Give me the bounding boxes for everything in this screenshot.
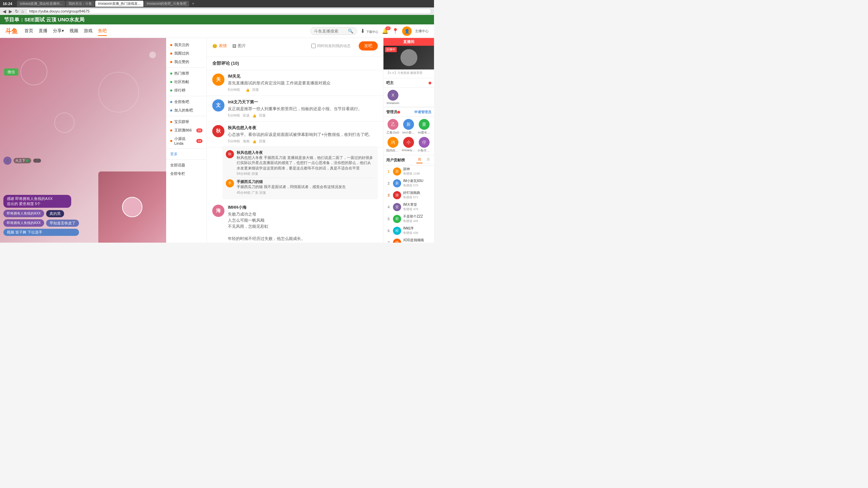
comment-like-1[interactable]: 👍 <box>245 88 250 92</box>
ranking-score-2: 鱼翅值 570 <box>403 183 431 188</box>
live-thumb-avatar <box>400 49 417 66</box>
admin-avatar-4[interactable]: 鸡 <box>388 137 398 148</box>
sidebar-item-liked[interactable]: 我点赞的 <box>166 58 206 66</box>
live-thumbnail[interactable]: 直播中 <box>383 46 434 69</box>
comment-like-btn-2[interactable]: 👍 <box>252 114 256 118</box>
master-avatar-main[interactable]: X <box>388 90 398 101</box>
reply-like-3-1[interactable]: 回复 <box>252 172 258 176</box>
ranking-info-1: 甜神 鱼翅值 1190 <box>403 167 431 176</box>
sidebar-label-group2: 王胆蔑866 <box>174 128 192 133</box>
notification-button[interactable]: 🔔 12 <box>382 28 389 34</box>
admin-avatar-5[interactable]: 小 <box>403 137 414 148</box>
ranking-avatar-2[interactable]: 新 <box>393 179 401 187</box>
home-icon[interactable]: ⌂ <box>21 9 24 14</box>
ranking-tab-week[interactable]: 周 <box>416 157 422 163</box>
chat-button-1[interactable]: 真的黑 <box>46 210 64 217</box>
ranking-avatar-4[interactable]: 堂 <box>393 203 401 211</box>
sidebar-label-community: 社区热帖 <box>174 79 189 84</box>
decoration-circle-1 <box>20 58 47 85</box>
comment-author-3: 秋风也想入冬夜 <box>228 125 378 131</box>
chat-button-2[interactable]: 早知道丢铁皮了 <box>46 220 79 227</box>
ranking-tab-month[interactable]: 月 <box>425 157 431 163</box>
live-panel: 直播间 直播中 【X.X】斗鱼助攻 极致享受 <box>383 38 434 77</box>
search-input[interactable] <box>314 29 348 34</box>
chat-row-3: 即将拥有人鱼线的AXX 早知道丢铁皮了 <box>3 219 79 227</box>
user-avatar-nav[interactable]: 👤 <box>402 26 412 36</box>
comment-reply-btn-2[interactable]: 回复 <box>259 113 266 118</box>
sidebar-item-all-topics[interactable]: 全部话题 <box>166 161 206 169</box>
site-logo[interactable]: 斗鱼 <box>5 27 18 35</box>
chat-button-3[interactable]: 视频 笛子舞 下位选手 <box>3 229 79 236</box>
ranking-item-6: 6 程 IM程序 鱼翅值 430 <box>383 225 434 237</box>
url-input[interactable] <box>26 8 431 14</box>
ranking-name-2: IM小新瓦60U <box>403 179 431 183</box>
post-option-emoji[interactable]: 😊 表情 <box>212 43 227 49</box>
refresh-icon[interactable]: ↻ <box>15 9 19 14</box>
sync-checkbox-input[interactable] <box>311 44 316 48</box>
streamer-avatar-area <box>98 171 166 243</box>
nav-link-game[interactable]: 游戏 <box>84 26 93 36</box>
ranking-num-2: 2 <box>386 181 391 185</box>
admin-avatar-2[interactable]: 新 <box>403 119 414 130</box>
post-option-image[interactable]: 🖼 图片 <box>232 43 246 49</box>
sidebar-item-joined-yuba[interactable]: 加入的鱼吧 <box>166 106 206 115</box>
ranking-score-5: 鱼翅值 445 <box>403 219 431 223</box>
dot-icon-11 <box>170 140 172 142</box>
dot-icon-7 <box>170 101 172 103</box>
sidebar-item-group3[interactable]: 小源说Linda 18 <box>166 135 206 147</box>
ranking-avatar-6[interactable]: 程 <box>393 227 401 235</box>
sidebar-item-hot[interactable]: 热门推荐 <box>166 69 206 78</box>
nav-link-home[interactable]: 首页 <box>24 26 33 36</box>
reply-like-3-2[interactable]: 回复 <box>259 191 266 195</box>
ranking-avatar-7[interactable]: 哦 <box>393 239 401 243</box>
sidebar-item-followed[interactable]: 我关注的 <box>166 41 206 49</box>
browser-tab-1[interactable]: ookasa直播_我会给直播间... <box>17 1 65 7</box>
post-submit-button[interactable]: 发吧 <box>359 41 378 50</box>
nav-link-live[interactable]: 直播 <box>39 26 47 36</box>
ranking-avatar-1[interactable]: 甜 <box>393 167 401 176</box>
sidebar-item-all-yuba[interactable]: 全部鱼吧 <box>166 98 206 106</box>
ranking-score-1: 鱼翅值 1190 <box>403 171 431 176</box>
stream-username: 火之下🐉 <box>14 158 31 163</box>
browser-tab-3[interactable]: imxiaoxin直播_热门游戏直... <box>95 1 143 7</box>
sidebar-item-all-posts[interactable]: 全部专栏 <box>166 169 206 178</box>
forward-icon[interactable]: ▶ <box>9 9 12 14</box>
reply-meta-3-1: 54分钟前 回复 <box>237 171 374 176</box>
back-icon[interactable]: ◀ <box>3 9 6 14</box>
comment-reply-btn-3[interactable]: 回复 <box>259 139 266 144</box>
browser-tab-2[interactable]: 我的关注 - 斗鱼 <box>66 1 95 7</box>
search-button[interactable]: 🔍 <box>348 28 353 34</box>
browser-tab-4[interactable]: imxiaoxin的鱼吧_斗鱼鱼吧 <box>144 1 189 7</box>
manage-admin-link[interactable]: 申请管理员 <box>414 110 431 115</box>
sidebar-label-group3: 小源说Linda <box>174 136 194 145</box>
admin-item-5: 小 imxiaoyu… <box>402 137 415 153</box>
reply-meta-3-2: 45分钟前 广东 回复 <box>237 190 374 195</box>
admin-avatar-3[interactable]: 栗 <box>419 119 430 130</box>
comment-reply-btn-1[interactable]: 回复 <box>252 87 259 92</box>
download-button[interactable]: ⬇ 下载中心 <box>360 28 378 34</box>
dot-icon-2 <box>170 53 172 55</box>
nav-link-share[interactable]: 分享▾ <box>53 26 64 36</box>
admin-avatar-1[interactable]: 乙 <box>388 119 398 130</box>
nav-link-video[interactable]: 视频 <box>70 26 78 36</box>
sidebar-item-posted[interactable]: 我围过的 <box>166 49 206 58</box>
comment-like-btn-3[interactable]: 👍 <box>252 140 256 143</box>
new-tab-button[interactable]: + <box>190 1 196 7</box>
decoration-circle-3 <box>54 113 75 133</box>
wechat-button[interactable]: 微信 <box>4 68 18 76</box>
sidebar-item-group2[interactable]: 王胆蔑866 99 <box>166 126 206 135</box>
sidebar-item-group1[interactable]: 宝贝群呀 <box>166 118 206 126</box>
sidebar-more-button[interactable]: 更多 <box>166 150 206 158</box>
ranking-avatar-3[interactable]: 游 <box>393 191 401 199</box>
browser-time: 16:24 <box>3 2 12 6</box>
sidebar-divider-3 <box>166 116 206 116</box>
chat-row-2: 即将拥有人鱼线的AXX 真的黑 <box>3 210 79 217</box>
nav-link-yuba[interactable]: 鱼吧 <box>98 26 107 36</box>
ranking-header-row: 用户贡献榜 周 月 <box>383 155 434 165</box>
admin-avatar-6[interactable]: 仔 <box>419 137 430 148</box>
post-sync-checkbox[interactable]: 同时转发到我的动态 <box>311 43 351 48</box>
sidebar-item-ranking[interactable]: 排行榜 <box>166 86 206 95</box>
ranking-avatar-5[interactable]: 那 <box>393 215 401 223</box>
sidebar-item-community[interactable]: 社区热帖 <box>166 78 206 86</box>
location-button[interactable]: 📍 <box>392 28 399 34</box>
